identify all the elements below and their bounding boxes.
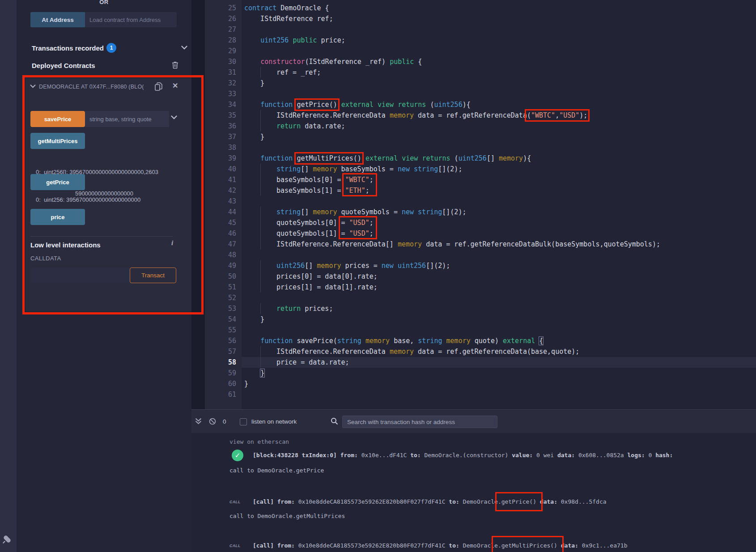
code-line[interactable]: ref = _ref; (242, 67, 756, 78)
code-token: prices[1] = data[1].rate; (276, 283, 378, 291)
code-token: prices = (341, 262, 382, 270)
code-line[interactable]: uint256 public price; (242, 35, 756, 46)
trash-icon[interactable] (172, 61, 178, 69)
contract-instance-title[interactable]: DEMOORACLE AT 0X47F...F8080 (BLO( (39, 84, 153, 90)
terminal-text-line: call to DemoOracle.getPrice (229, 467, 324, 474)
double-chevron-down-icon[interactable] (195, 418, 202, 425)
code-line[interactable] (242, 46, 756, 56)
code-line[interactable]: } (242, 78, 756, 89)
code-line[interactable]: price = data.rate; (242, 357, 756, 368)
code-token: public (390, 58, 414, 66)
code-line[interactable]: baseSymbols[1] = "ETH"; (242, 185, 756, 196)
code-line[interactable] (242, 24, 756, 35)
code-line[interactable]: string[] memory quoteSymbols = new strin… (242, 207, 756, 217)
code-token (414, 208, 418, 216)
code-line[interactable]: quoteSymbols[0] = "USD"; (242, 217, 756, 228)
code-editor[interactable]: contract DemoOracle { IStdReference ref;… (242, 3, 756, 400)
getmultiprices-function-button[interactable]: getMultiPrices (30, 133, 85, 149)
code-line[interactable]: function getMultiPrices() external view … (242, 153, 756, 164)
line-number: 60 (205, 378, 242, 389)
code-line[interactable]: string[] memory baseSymbols = new string… (242, 164, 756, 174)
saveprice-function-button[interactable]: savePrice (30, 111, 85, 127)
code-line[interactable]: IStdReference ref; (242, 13, 756, 24)
code-token: memory (499, 154, 523, 162)
code-token: "ETH" (345, 187, 365, 195)
log-segment: from: (340, 452, 358, 459)
code-token: memory (390, 348, 414, 356)
code-token: } (244, 315, 264, 323)
code-line[interactable]: constructor(IStdReference _ref) public { (242, 56, 756, 67)
info-icon[interactable]: i (171, 239, 173, 247)
saveprice-args-input[interactable] (85, 111, 169, 127)
line-number: 61 (205, 389, 242, 400)
terminal-call-line[interactable]: CALL[call] from: 0x10e8ddeCA8185573e5926… (253, 542, 628, 549)
indent-guide (260, 357, 276, 368)
code-line[interactable] (242, 142, 756, 153)
indent-guide (260, 260, 276, 271)
code-line[interactable] (242, 325, 756, 335)
code-line[interactable]: return prices; (242, 303, 756, 314)
listen-on-network-checkbox[interactable] (240, 418, 247, 425)
terminal-call-line[interactable]: CALL[call] from: 0x10e8ddeCA8185573e5926… (253, 498, 607, 505)
annotation-box-terminal: getPrice() (501, 498, 536, 505)
code-line[interactable]: baseSymbols[0] = "WBTC"; (242, 174, 756, 185)
code-line[interactable]: quoteSymbols[1] = "USD"; (242, 228, 756, 239)
at-address-input[interactable] (85, 12, 177, 27)
code-line[interactable]: return data.rate; (242, 121, 756, 132)
code-token: [] (301, 208, 313, 216)
chevron-down-icon[interactable] (181, 46, 187, 50)
line-number: 41 (205, 174, 242, 185)
line-number: 58 (205, 357, 242, 368)
terminal-tx-line[interactable]: ✓[block:438228 txIndex:0] from: 0x10e...… (253, 452, 673, 459)
code-line[interactable] (242, 250, 756, 260)
log-segment: to: (410, 452, 420, 459)
code-line[interactable] (242, 389, 756, 400)
price-variable-button[interactable]: price (30, 209, 85, 225)
code-token: function (260, 154, 293, 162)
code-line[interactable] (242, 196, 756, 207)
calldata-input[interactable] (30, 268, 130, 283)
indent-guide (260, 207, 276, 217)
getprice-function-button[interactable]: getPrice (30, 174, 85, 190)
indent-guide (260, 282, 276, 293)
code-line[interactable]: } (242, 378, 756, 389)
line-number: 35 (205, 110, 242, 121)
code-line[interactable]: prices[1] = data[1].rate; (242, 282, 756, 293)
code-line[interactable] (242, 293, 756, 303)
transact-button[interactable]: Transact (130, 268, 176, 283)
calldata-label: CALLDATA (30, 255, 61, 262)
code-token: [](2); (426, 262, 450, 270)
call-tag-label: CALL (229, 544, 241, 548)
code-line[interactable]: } (242, 132, 756, 142)
chevron-down-icon[interactable] (171, 115, 177, 119)
at-address-button[interactable]: At Address (30, 12, 85, 27)
chevron-down-icon[interactable] (30, 85, 36, 88)
code-line[interactable]: function getPrice() external view return… (242, 99, 756, 110)
line-number: 36 (205, 121, 242, 132)
code-line[interactable]: function savePrice(string memory base, s… (242, 335, 756, 346)
code-token: "USD" (349, 219, 370, 227)
plugin-manager-icon[interactable] (1, 533, 13, 545)
code-line[interactable]: IStdReference.ReferenceData memory data … (242, 346, 756, 357)
code-line[interactable]: } (242, 314, 756, 325)
terminal-search-input[interactable] (342, 416, 497, 428)
close-icon[interactable]: ✕ (172, 81, 178, 90)
code-line[interactable]: uint256[] memory prices = new uint256[](… (242, 260, 756, 271)
code-token: memory (390, 111, 414, 119)
code-token: [](2); (442, 208, 466, 216)
copy-icon[interactable] (154, 82, 163, 91)
line-number: 46 (205, 228, 242, 239)
code-line[interactable]: IStdReference.ReferenceData[] memory dat… (242, 239, 756, 250)
code-line[interactable] (242, 89, 756, 99)
clear-console-icon[interactable] (209, 418, 216, 425)
code-line[interactable]: prices[0] = data[0].rate; (242, 271, 756, 282)
code-line[interactable]: } (242, 368, 756, 378)
code-token: string (418, 208, 442, 216)
code-line[interactable]: IStdReference.ReferenceData memory data … (242, 110, 756, 121)
annotation-box-terminal: .getMultiPrices() (498, 542, 557, 549)
code-token: getPrice() (297, 101, 337, 109)
code-token: quote) (471, 337, 503, 345)
code-token: } (244, 380, 248, 388)
code-line[interactable]: contract DemoOracle { (242, 3, 756, 13)
code-token: { (539, 337, 543, 345)
